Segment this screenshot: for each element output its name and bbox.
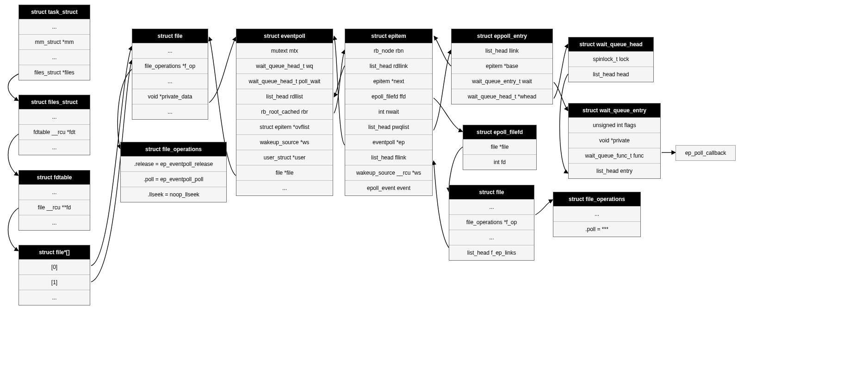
struct-field: file_operations *f_op	[132, 58, 208, 73]
struct-field: mutext mtx	[236, 43, 333, 58]
struct-field: list_head llink	[452, 43, 552, 58]
struct-field: ...	[19, 184, 90, 200]
struct-field: list_head pwqlist	[345, 119, 432, 134]
struct-field: struct epitem *ovflist	[236, 119, 333, 134]
struct-field: wait_queue_head_t wq	[236, 58, 333, 73]
struct-eppoll-entry: struct eppoll_entry list_head llink epit…	[451, 29, 553, 104]
struct-header: struct eventpoll	[236, 29, 333, 43]
struct-header: struct eppoll_entry	[452, 29, 552, 43]
struct-field: ...	[449, 199, 534, 214]
struct-field: wait_queue_func_t func	[569, 148, 660, 163]
struct-field: .release = ep_eventpoll_release	[121, 156, 226, 171]
struct-field: list_head fllink	[345, 150, 432, 165]
struct-field: int fd	[463, 154, 536, 170]
struct-wait-queue-entry: struct wait_queue_entry unsigned int fla…	[568, 103, 661, 179]
struct-field: files_struct *files	[19, 65, 90, 80]
struct-file-1: struct file ... file_operations *f_op ..…	[132, 29, 208, 120]
struct-field: epoll_event event	[345, 180, 432, 195]
struct-field: ...	[236, 180, 333, 195]
struct-field: eventpoll *ep	[345, 134, 432, 150]
struct-header: struct file_operations	[121, 142, 226, 156]
struct-field: ...	[19, 290, 90, 305]
struct-header: struct file	[132, 29, 208, 43]
struct-field: file *file	[463, 139, 536, 154]
struct-field: list_head head	[569, 67, 653, 82]
struct-field: ...	[132, 43, 208, 58]
struct-field: epitem *base	[452, 58, 552, 73]
struct-field: ...	[19, 19, 90, 34]
struct-field: file_operations *f_op	[449, 214, 534, 230]
struct-field: .poll = ***	[553, 221, 640, 237]
struct-header: struct file*[]	[19, 245, 90, 259]
struct-field: rb_root_cached rbr	[236, 104, 333, 119]
struct-file-2: struct file ... file_operations *f_op ..…	[449, 185, 534, 261]
struct-files-struct: struct files_struct ... fdtable __rcu *f…	[19, 95, 90, 155]
struct-field: ...	[553, 206, 640, 221]
struct-field: user_struct *user	[236, 150, 333, 165]
struct-field: spinlock_t lock	[569, 51, 653, 67]
struct-field: list_head entry	[569, 163, 660, 178]
struct-field: file *file	[236, 165, 333, 180]
struct-field: wait_queue_entry_t wait	[452, 73, 552, 89]
struct-field: rb_node rbn	[345, 43, 432, 58]
struct-eventpoll: struct eventpoll mutext mtx wait_queue_h…	[236, 29, 333, 196]
struct-field: wakeup_source *ws	[236, 134, 333, 150]
struct-task-struct: struct task_struct ... mm_struct *mm ...…	[19, 5, 90, 80]
struct-header: struct epitem	[345, 29, 432, 43]
struct-header: struct file	[449, 185, 534, 199]
struct-field: ...	[132, 104, 208, 119]
struct-file-operations-2: struct file_operations ... .poll = ***	[553, 192, 641, 237]
struct-field: void *private_data	[132, 89, 208, 104]
struct-fdtable: struct fdtable ... file __rcu **fd ...	[19, 170, 90, 231]
note-ep-poll-callback: ep_poll_callback	[676, 145, 736, 161]
struct-file-operations-1: struct file_operations .release = ep_eve…	[120, 142, 227, 202]
struct-field: fdtable __rcu *fdt	[19, 124, 90, 140]
struct-field: ...	[449, 230, 534, 245]
struct-wait-queue-head: struct wait_queue_head spinlock_t lock l…	[568, 37, 654, 82]
struct-epitem: struct epitem rb_node rbn list_head rdll…	[345, 29, 433, 196]
struct-field: .poll = ep_eventpoll_poll	[121, 171, 226, 187]
struct-field: ...	[19, 49, 90, 65]
struct-field: file __rcu **fd	[19, 200, 90, 215]
struct-field: ...	[19, 109, 90, 124]
struct-header: struct fdtable	[19, 171, 90, 184]
struct-epoll-filefd: struct epoll_filefd file *file int fd	[463, 125, 537, 170]
struct-field: wakeup_source __rcu *ws	[345, 165, 432, 180]
struct-header: struct wait_queue_entry	[569, 104, 660, 117]
struct-field: list_head f_ep_links	[449, 245, 534, 260]
struct-field: .llseek = noop_llseek	[121, 187, 226, 202]
struct-field: [1]	[19, 274, 90, 290]
struct-header: struct epoll_filefd	[463, 125, 536, 139]
struct-field: epoll_filefd ffd	[345, 89, 432, 104]
struct-file-array: struct file*[] [0] [1] ...	[19, 245, 90, 305]
struct-field: unsigned int flags	[569, 117, 660, 133]
struct-field: ...	[19, 140, 90, 155]
struct-header: struct wait_queue_head	[569, 37, 653, 51]
struct-field: epitem *next	[345, 73, 432, 89]
struct-field: ...	[19, 215, 90, 230]
struct-field: ...	[132, 73, 208, 89]
struct-header: struct task_struct	[19, 5, 90, 19]
struct-header: struct files_struct	[19, 95, 90, 109]
struct-field: [0]	[19, 259, 90, 274]
struct-field: list_head rdllink	[345, 58, 432, 73]
struct-field: void *private	[569, 133, 660, 148]
struct-field: wait_queue_head_t poll_wait	[236, 73, 333, 89]
struct-field: wait_queue_head_t *whead	[452, 89, 552, 104]
struct-header: struct file_operations	[553, 192, 640, 206]
struct-field: list_head rdllist	[236, 89, 333, 104]
struct-field: mm_struct *mm	[19, 34, 90, 49]
struct-field: int nwait	[345, 104, 432, 119]
